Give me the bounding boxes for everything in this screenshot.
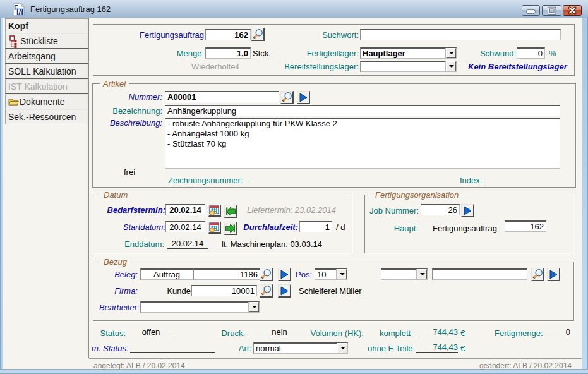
svg-text:A: A bbox=[18, 9, 23, 16]
